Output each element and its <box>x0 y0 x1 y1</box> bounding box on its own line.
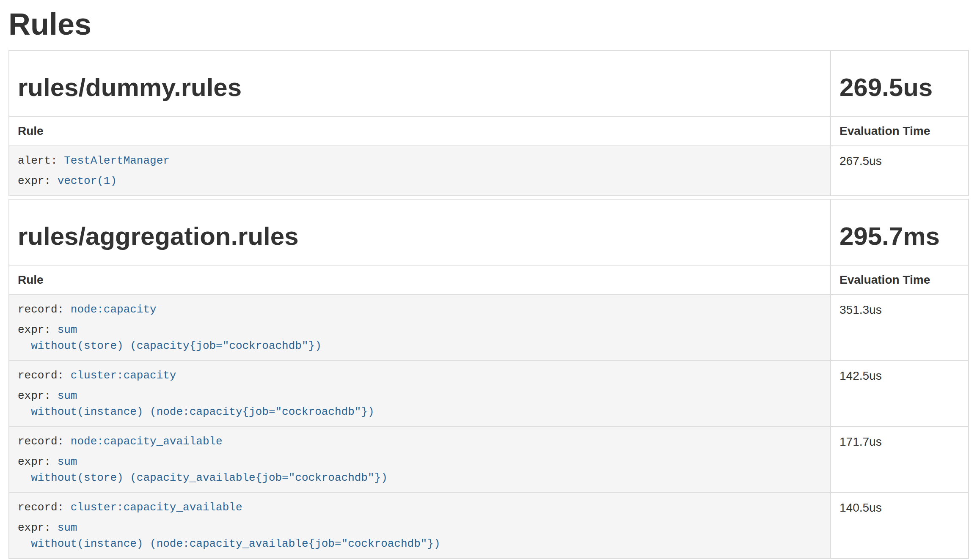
rule-group-table-aggregation: rules/aggregation.rules 295.7ms Rule Eva… <box>8 199 969 559</box>
rule-row: record: node:capacity_availableexpr: sum… <box>9 427 969 493</box>
group-eval-time: 269.5us <box>840 74 960 101</box>
group-eval-time: 295.7ms <box>840 222 960 250</box>
rule-expr-link[interactable]: vector(1) <box>58 175 117 187</box>
rule-definition: record: node:capacityexpr: sum without(s… <box>18 301 822 354</box>
rule-name-link[interactable]: TestAlertManager <box>64 154 170 167</box>
page-title: Rules <box>8 8 969 41</box>
group-header-row: rules/aggregation.rules 295.7ms <box>9 199 969 265</box>
rule-row: record: node:capacityexpr: sum without(s… <box>9 295 969 361</box>
group-file-cell: rules/dummy.rules <box>9 50 831 116</box>
expr-key-label: expr: <box>18 455 51 468</box>
group-file-name: rules/aggregation.rules <box>18 222 822 250</box>
rule-key-label: record: <box>18 435 64 448</box>
rule-name-link[interactable]: cluster:capacity <box>71 369 176 382</box>
expr-key-label: expr: <box>18 521 51 534</box>
rule-name-link[interactable]: node:capacity_available <box>71 435 223 448</box>
column-header-row: Rule Evaluation Time <box>9 116 969 146</box>
rule-eval-time: 171.7us <box>831 427 969 493</box>
rule-key-label: record: <box>18 369 64 382</box>
rule-row: record: cluster:capacityexpr: sum withou… <box>9 361 969 427</box>
rule-key-label: record: <box>18 303 64 316</box>
rule-definition: alert: TestAlertManagerexpr: vector(1) <box>18 153 822 189</box>
group-eval-time-cell: 295.7ms <box>831 199 969 265</box>
rule-row: alert: TestAlertManagerexpr: vector(1) 2… <box>9 146 969 196</box>
rule-expr-link[interactable]: sum without(instance) (node:capacity_ava… <box>18 521 440 550</box>
rule-name-link[interactable]: node:capacity <box>71 303 157 316</box>
rule-expr-link[interactable]: sum without(instance) (node:capacity{job… <box>18 389 374 418</box>
rule-column-header: Rule <box>9 265 831 295</box>
rule-definition: record: node:capacity_availableexpr: sum… <box>18 433 822 486</box>
rule-eval-time: 351.3us <box>831 295 969 361</box>
expr-key-label: expr: <box>18 389 51 402</box>
rule-eval-time: 267.5us <box>831 146 969 196</box>
rule-key-label: alert: <box>18 154 58 167</box>
rule-name-link[interactable]: cluster:capacity_available <box>71 501 242 514</box>
rule-cell: record: node:capacityexpr: sum without(s… <box>9 295 831 361</box>
rule-expr-link[interactable]: sum without(store) (capacity{job="cockro… <box>18 323 322 352</box>
rules-page: { "page": { "title": "Rules" }, "labels"… <box>0 0 980 559</box>
rule-group-table-dummy: rules/dummy.rules 269.5us Rule Evaluatio… <box>8 50 969 196</box>
column-header-row: Rule Evaluation Time <box>9 265 969 295</box>
expr-key-label: expr: <box>18 323 51 336</box>
rule-cell: record: cluster:capacityexpr: sum withou… <box>9 361 831 427</box>
rule-cell: record: node:capacity_availableexpr: sum… <box>9 427 831 493</box>
group-eval-time-cell: 269.5us <box>831 50 969 116</box>
eval-column-header: Evaluation Time <box>831 265 969 295</box>
rule-column-header: Rule <box>9 116 831 146</box>
rule-eval-time: 140.5us <box>831 493 969 559</box>
expr-key-label: expr: <box>18 175 51 187</box>
rule-row: record: cluster:capacity_availableexpr: … <box>9 493 969 559</box>
eval-column-header: Evaluation Time <box>831 116 969 146</box>
group-header-row: rules/dummy.rules 269.5us <box>9 50 969 116</box>
rule-eval-time: 142.5us <box>831 361 969 427</box>
rule-definition: record: cluster:capacityexpr: sum withou… <box>18 367 822 420</box>
group-file-cell: rules/aggregation.rules <box>9 199 831 265</box>
rule-cell: alert: TestAlertManagerexpr: vector(1) <box>9 146 831 196</box>
rule-expr-link[interactable]: sum without(store) (capacity_available{j… <box>18 455 388 484</box>
rule-cell: record: cluster:capacity_availableexpr: … <box>9 493 831 559</box>
rule-definition: record: cluster:capacity_availableexpr: … <box>18 499 822 552</box>
group-file-name: rules/dummy.rules <box>18 74 822 101</box>
rule-key-label: record: <box>18 501 64 514</box>
